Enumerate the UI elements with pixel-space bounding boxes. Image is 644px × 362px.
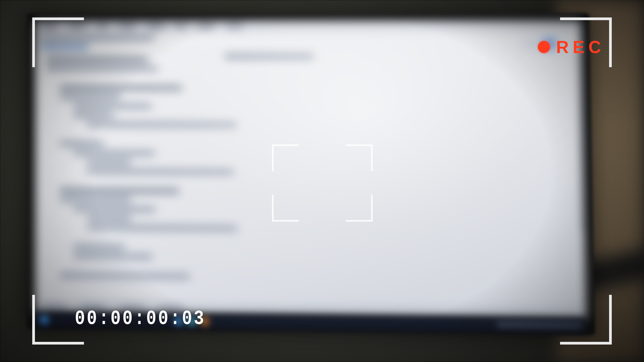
code-line [46, 75, 257, 86]
code-line [60, 95, 121, 99]
code-line [74, 150, 155, 155]
ide-toggle [522, 39, 567, 49]
menubar-item [98, 25, 107, 28]
menubar-item [119, 25, 135, 28]
code-line [60, 197, 131, 202]
code-line [87, 216, 132, 221]
statusbar-item [81, 306, 105, 310]
ide-center-text [225, 54, 314, 59]
menubar-item [198, 25, 214, 28]
code-line [60, 141, 104, 146]
system-tray [497, 322, 582, 328]
start-button-icon [40, 315, 48, 324]
code-line [87, 122, 237, 127]
code-line [46, 234, 258, 246]
taskbar-icon [188, 318, 195, 325]
statusbar-item [120, 307, 144, 310]
ide-blue-link [41, 45, 88, 49]
code-line [46, 178, 258, 189]
code-line [87, 160, 131, 165]
menubar-item [69, 25, 85, 28]
ide-title-line [40, 36, 154, 40]
menubar-item [148, 25, 164, 28]
menubar-item [227, 25, 243, 28]
code-line [74, 104, 151, 108]
code-line [74, 207, 155, 212]
code-line [60, 188, 179, 193]
code-line [74, 244, 125, 249]
menubar-item [176, 25, 186, 28]
code-line [46, 66, 158, 71]
code-line [87, 225, 238, 231]
laptop-screen [35, 20, 586, 318]
code-line [74, 254, 152, 259]
statusbar-item [159, 307, 183, 310]
code-line [87, 169, 234, 174]
code-line [46, 263, 258, 275]
ide-menubar [35, 20, 581, 32]
menubar-item [41, 25, 57, 28]
code-line [46, 131, 257, 142]
ide-code-column [46, 57, 259, 284]
code-line [46, 57, 148, 61]
code-line [60, 273, 190, 279]
code-line [60, 86, 182, 90]
code-line [74, 113, 114, 117]
laptop [27, 13, 595, 335]
statusbar-item [42, 306, 66, 309]
scene-background [0, 0, 644, 362]
taskbar-icon [175, 317, 183, 325]
taskbar-icon [201, 318, 209, 325]
